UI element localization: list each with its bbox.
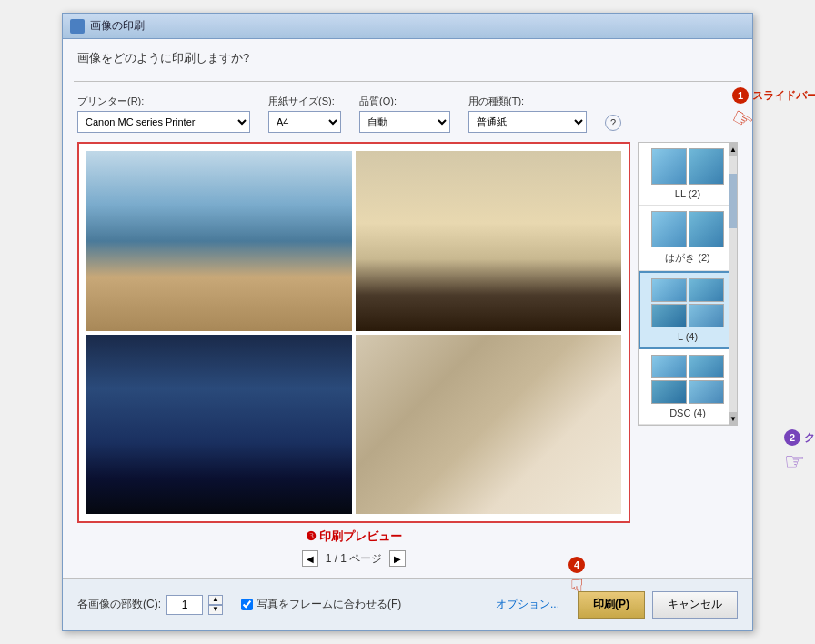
layout-name-dsc4: DSC (4) [669, 408, 706, 418]
layout-panel-wrapper: 1 スライドバーでスクロール ☞ 2 クリックする ☞ [638, 142, 738, 567]
annotation-scroll: 1 スライドバーでスクロール ☞ [732, 87, 815, 134]
papertype-group: 用の種類(T): 普通紙 [468, 95, 587, 133]
quality-group: 品質(Q): 自動 [359, 95, 450, 133]
layout-thumb-l4 [651, 278, 724, 327]
main-area: ❸ 印刷プレビュー ◀ 1 / 1 ページ ▶ 1 スライドバーでスクロール ☞ [77, 142, 738, 567]
title-bar: 画像の印刷 [63, 14, 752, 39]
layout-thumb-dsc4 [651, 355, 724, 404]
window-title: 画像の印刷 [90, 18, 145, 34]
copies-spinner: ▲ ▼ [208, 595, 223, 615]
page-subtitle: 画像をどのように印刷しますか? [77, 50, 738, 72]
help-icon[interactable]: ? [605, 115, 621, 131]
copies-label: 各画像の部数(C): [77, 597, 161, 612]
bottom-bar: 各画像の部数(C): ▲ ▼ 写真をフレームに合わせる(F) オプション... … [63, 578, 752, 630]
layout-name-l4: L (4) [678, 331, 698, 342]
layout-item-ll[interactable]: LL (2) [639, 143, 737, 206]
button-group: 4 ☟ 印刷(P) キャンセル [578, 591, 738, 619]
annotation-circle-2: 2 [784, 429, 800, 446]
scrollbar[interactable]: ▲ ▼ [729, 143, 737, 425]
annotation-circle-4: 4 [568, 557, 585, 573]
printer-select[interactable]: Canon MC series Printer [77, 111, 250, 133]
annotation-click: 2 クリックする ☞ [784, 429, 815, 476]
photo-harbor [86, 151, 352, 331]
quality-select[interactable]: 自動 [359, 111, 450, 133]
frame-checkbox-group: 写真をフレームに合わせる(F) [241, 597, 401, 612]
copies-input[interactable] [166, 595, 203, 615]
cancel-button[interactable]: キャンセル [652, 591, 738, 619]
papersize-group: 用紙サイズ(S): A4 [268, 95, 341, 133]
controls-row: プリンター(R): Canon MC series Printer 用紙サイズ(… [77, 91, 738, 133]
layout-item-l4[interactable]: L (4) [639, 271, 737, 349]
printer-group: プリンター(R): Canon MC series Printer [77, 95, 250, 133]
layout-name-ll: LL (2) [675, 188, 700, 199]
window-icon [70, 19, 85, 34]
divider-top [74, 81, 741, 82]
copies-group: 各画像の部数(C): ▲ ▼ [77, 595, 223, 615]
annotation-scroll-text: スライドバーでスクロール [752, 88, 815, 104]
layout-name-hagaki: はがき (2) [665, 251, 710, 265]
page-info: 1 / 1 ページ [326, 551, 383, 567]
copies-down-button[interactable]: ▼ [208, 605, 223, 615]
layout-panel: LL (2) はがき (2) [638, 142, 738, 426]
papertype-label: 用の種類(T): [468, 95, 587, 108]
page-nav: ◀ 1 / 1 ページ ▶ [77, 550, 630, 567]
preview-section: ❸ 印刷プレビュー ◀ 1 / 1 ページ ▶ [77, 142, 630, 567]
quality-label: 品質(Q): [359, 95, 450, 108]
layout-thumb-hagaki [651, 211, 724, 247]
frame-checkbox[interactable] [241, 599, 253, 610]
papersize-label: 用紙サイズ(S): [268, 95, 341, 108]
print-button[interactable]: 印刷(P) [578, 591, 645, 619]
layout-thumb-ll [651, 148, 724, 185]
preview-box [77, 142, 630, 523]
options-link[interactable]: オプション... [496, 597, 559, 612]
photo-bear [356, 335, 621, 515]
preview-label: ❸ 印刷プレビュー [77, 528, 630, 545]
scroll-thumb[interactable] [729, 174, 737, 228]
layout-item-dsc4[interactable]: DSC (4) [639, 349, 737, 425]
annotation-click-text: クリックする [804, 430, 815, 446]
printer-label: プリンター(R): [77, 95, 250, 108]
layout-item-hagaki[interactable]: はがき (2) [639, 206, 737, 271]
prev-page-button[interactable]: ◀ [302, 550, 318, 567]
next-page-button[interactable]: ▶ [389, 550, 406, 567]
frame-label[interactable]: 写真をフレームに合わせる(F) [257, 597, 401, 612]
papersize-select[interactable]: A4 [268, 111, 341, 133]
copies-up-button[interactable]: ▲ [208, 595, 223, 605]
papertype-select[interactable]: 普通紙 [468, 111, 587, 133]
photo-city [86, 335, 352, 515]
photo-plane [356, 151, 621, 331]
